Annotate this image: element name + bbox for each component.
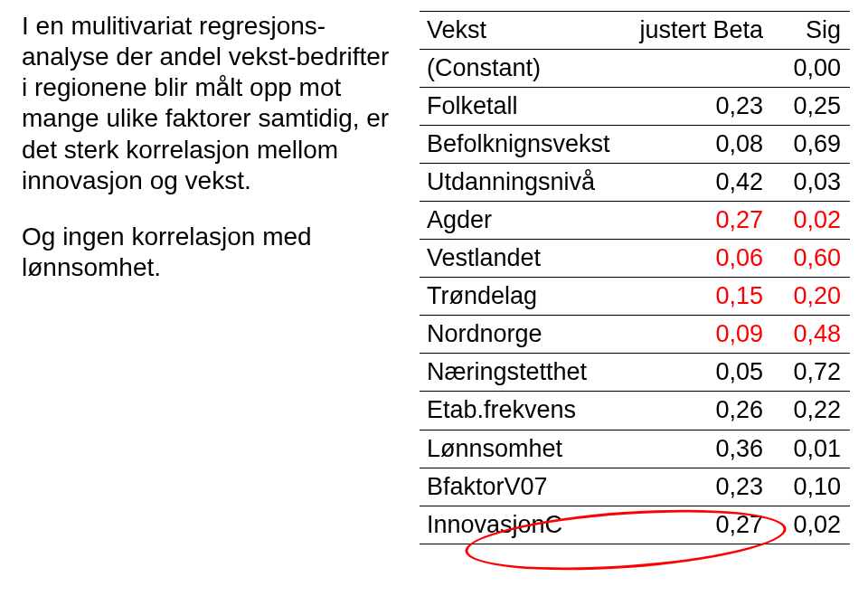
cell-variable: Nordnorge [420, 316, 627, 354]
table-header-row: Vekst justert Beta Sig [420, 12, 850, 50]
cell-variable: Trøndelag [420, 278, 627, 316]
cell-beta: 0,27 [627, 506, 772, 544]
header-sig: Sig [772, 12, 850, 50]
cell-beta: 0,36 [627, 430, 772, 468]
table-row: Folketall0,230,25 [420, 88, 850, 126]
cell-variable: Agder [420, 202, 627, 240]
cell-variable: Etab.frekvens [420, 392, 627, 430]
cell-variable: InnovasjonC [420, 506, 627, 544]
table-row: InnovasjonC0,270,02 [420, 506, 850, 544]
cell-sig: 0,02 [772, 202, 850, 240]
cell-variable: Vestlandet [420, 240, 627, 278]
header-variable: Vekst [420, 12, 627, 50]
cell-beta: 0,15 [627, 278, 772, 316]
cell-sig: 0,20 [772, 278, 850, 316]
table-row: Næringstetthet0,050,72 [420, 354, 850, 392]
cell-beta: 0,26 [627, 392, 772, 430]
cell-variable: Næringstetthet [420, 354, 627, 392]
cell-variable: Lønnsomhet [420, 430, 627, 468]
cell-sig: 0,22 [772, 392, 850, 430]
cell-sig: 0,10 [772, 468, 850, 506]
table-row: Lønnsomhet0,360,01 [420, 430, 850, 468]
table-row: Vestlandet0,060,60 [420, 240, 850, 278]
cell-beta: 0,05 [627, 354, 772, 392]
cell-variable: (Constant) [420, 50, 627, 88]
cell-beta: 0,06 [627, 240, 772, 278]
cell-variable: Utdanningsnivå [420, 164, 627, 202]
paragraph-2: Og ingen korrelasjon med lønnsomhet. [22, 222, 401, 283]
cell-sig: 0,48 [772, 316, 850, 354]
cell-beta: 0,42 [627, 164, 772, 202]
cell-variable: Befolknignsvekst [420, 126, 627, 164]
header-beta: justert Beta [627, 12, 772, 50]
cell-sig: 0,00 [772, 50, 850, 88]
cell-variable: BfaktorV07 [420, 468, 627, 506]
cell-sig: 0,02 [772, 506, 850, 544]
cell-variable: Folketall [420, 88, 627, 126]
cell-beta: 0,09 [627, 316, 772, 354]
cell-beta: 0,23 [627, 88, 772, 126]
cell-beta: 0,08 [627, 126, 772, 164]
table-row: (Constant)0,00 [420, 50, 850, 88]
table-row: Befolknignsvekst0,080,69 [420, 126, 850, 164]
table-row: Utdanningsnivå0,420,03 [420, 164, 850, 202]
table-row: Trøndelag0,150,20 [420, 278, 850, 316]
cell-sig: 0,72 [772, 354, 850, 392]
table-row: Etab.frekvens0,260,22 [420, 392, 850, 430]
cell-sig: 0,01 [772, 430, 850, 468]
cell-beta: 0,27 [627, 202, 772, 240]
table-row: Nordnorge0,090,48 [420, 316, 850, 354]
body-text: I en mulitivariat regresjons-analyse der… [22, 11, 420, 544]
table-row: BfaktorV070,230,10 [420, 468, 850, 506]
cell-sig: 0,69 [772, 126, 850, 164]
cell-beta: 0,23 [627, 468, 772, 506]
cell-beta [627, 50, 772, 88]
cell-sig: 0,60 [772, 240, 850, 278]
regression-table: Vekst justert Beta Sig (Constant)0,00Fol… [420, 11, 850, 544]
table-row: Agder0,270,02 [420, 202, 850, 240]
cell-sig: 0,03 [772, 164, 850, 202]
paragraph-1: I en mulitivariat regresjons-analyse der… [22, 11, 401, 196]
cell-sig: 0,25 [772, 88, 850, 126]
